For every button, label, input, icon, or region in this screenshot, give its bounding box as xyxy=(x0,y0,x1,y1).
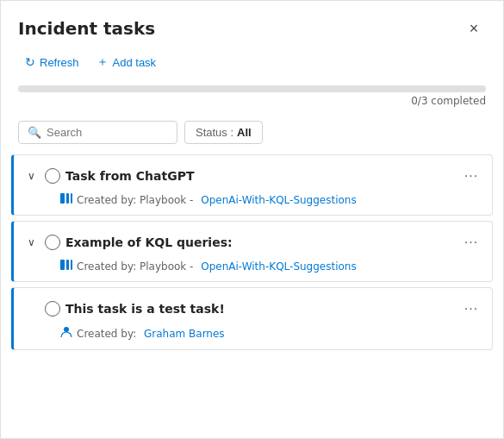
task-meta: Created by: Graham Barnes xyxy=(14,324,492,349)
task-title: This task is a test task! xyxy=(65,302,454,316)
refresh-label: Refresh xyxy=(40,56,79,69)
add-icon: ＋ xyxy=(96,54,109,70)
task-row: ∨ Task from ChatGPT ··· xyxy=(14,155,492,191)
add-task-button[interactable]: ＋ Add task xyxy=(90,51,164,73)
task-row: ∨ Example of KQL queries: ··· xyxy=(14,222,492,258)
svg-rect-5 xyxy=(71,260,72,270)
status-label: Status : xyxy=(196,126,233,139)
filter-row: 🔍 Status : All xyxy=(1,114,503,154)
task-expand-button[interactable]: ∨ xyxy=(22,234,40,251)
status-value: All xyxy=(237,126,252,139)
progress-bar-container xyxy=(18,85,486,92)
progress-section: 0/3 completed xyxy=(1,82,503,114)
svg-point-6 xyxy=(64,327,69,332)
task-menu-button[interactable]: ··· xyxy=(459,230,483,254)
refresh-icon: ↻ xyxy=(25,55,35,69)
task-meta-link[interactable]: OpenAi-With-KQL-Suggestions xyxy=(201,260,356,273)
task-menu-button[interactable]: ··· xyxy=(459,164,483,188)
task-item: ∨ Task from ChatGPT ··· Created by: Play… xyxy=(11,154,493,216)
svg-rect-2 xyxy=(71,193,72,204)
task-checkbox[interactable] xyxy=(45,168,60,184)
search-icon: 🔍 xyxy=(28,126,41,139)
task-checkbox[interactable] xyxy=(45,235,60,250)
search-input[interactable] xyxy=(47,126,167,139)
task-meta-link[interactable]: OpenAi-With-KQL-Suggestions xyxy=(201,194,356,206)
task-meta: Created by: Playbook - OpenAi-With-KQL-S… xyxy=(14,191,492,215)
add-task-label: Add task xyxy=(113,56,157,69)
progress-label: 0/3 completed xyxy=(18,95,486,107)
playbook-icon xyxy=(60,193,72,206)
svg-rect-0 xyxy=(60,193,65,204)
svg-rect-3 xyxy=(60,260,65,270)
task-meta-prefix: Created by: Playbook - xyxy=(77,260,196,273)
toolbar: ↻ Refresh ＋ Add task xyxy=(1,49,503,82)
task-item: ∨ Example of KQL queries: ··· Created by… xyxy=(11,221,493,282)
task-checkbox[interactable] xyxy=(45,301,60,317)
task-title: Task from ChatGPT xyxy=(65,169,454,183)
svg-rect-4 xyxy=(66,260,69,270)
close-button[interactable]: × xyxy=(462,16,486,41)
task-title: Example of KQL queries: xyxy=(65,235,454,249)
task-meta-prefix: Created by: xyxy=(77,328,140,340)
task-expand-button[interactable]: ∨ xyxy=(22,167,40,185)
task-meta-prefix: Created by: Playbook - xyxy=(77,194,196,206)
incident-tasks-panel: Incident tasks × ↻ Refresh ＋ Add task 0/… xyxy=(0,0,504,439)
playbook-icon xyxy=(60,260,72,273)
task-meta-link[interactable]: Graham Barnes xyxy=(144,328,225,340)
task-meta: Created by: Playbook - OpenAi-With-KQL-S… xyxy=(14,258,492,281)
panel-header: Incident tasks × xyxy=(1,1,503,49)
panel-title: Incident tasks xyxy=(18,18,155,39)
task-row: This task is a test task! ··· xyxy=(14,288,492,324)
svg-rect-1 xyxy=(66,193,69,204)
status-filter-button[interactable]: Status : All xyxy=(184,121,263,144)
person-icon xyxy=(60,326,72,341)
tasks-list: ∨ Task from ChatGPT ··· Created by: Play… xyxy=(1,154,503,438)
refresh-button[interactable]: ↻ Refresh xyxy=(18,52,86,72)
task-menu-button[interactable]: ··· xyxy=(459,297,483,321)
search-box: 🔍 xyxy=(18,121,177,144)
task-item: This task is a test task! ··· Created by… xyxy=(11,287,493,350)
